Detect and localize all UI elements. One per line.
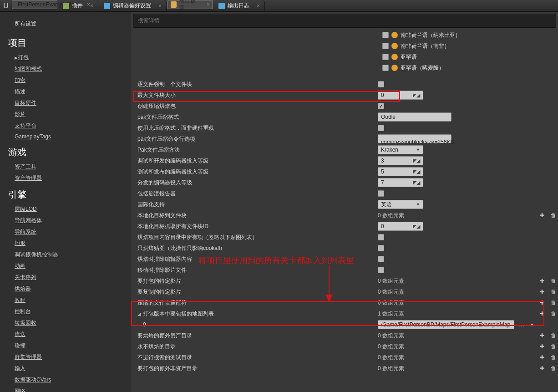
sidebar-item[interactable]: 烘焙器 [15,283,123,295]
checkbox[interactable] [378,267,384,273]
add-icon[interactable]: ✚ [538,343,546,350]
close-icon[interactable]: × [257,3,260,9]
setting-row: 要复制的特定影片0 数组元素✚🗑 [131,286,558,297]
sidebar-item[interactable]: 碰撞 [15,340,123,351]
checkbox[interactable] [378,256,384,262]
sidebar-item[interactable]: 调试摄像机控制器 [15,249,123,260]
lang-checkbox[interactable] [382,54,389,60]
add-icon[interactable]: ✚ [538,332,546,339]
tab-3[interactable]: 项目设置× [167,0,213,9]
close-icon[interactable]: × [158,3,162,9]
sidebar-item[interactable]: 关卡序列 [15,272,123,283]
setting-label: 0 [131,321,377,328]
setting-label: 使用此压缩格式，而非硬件重载 [131,124,377,132]
delete-icon[interactable]: 🗑 [549,300,558,306]
close-icon[interactable]: × [207,1,210,8]
delete-icon[interactable]: 🗑 [549,289,558,295]
close-icon[interactable]: × [90,3,93,9]
settings-rows: 南非荷兰语（纳米比亚）南非荷兰语（南非）亚罕语亚罕语（喀麦隆） 逐文件强制一个文… [131,30,558,392]
sidebar-item[interactable]: 层级LOD [15,204,123,215]
array-count: 0 数组元素 [378,277,404,285]
sidebar-item[interactable]: 导航系统 [15,226,123,238]
expand-icon[interactable]: ◢ [137,311,141,316]
number-input[interactable]: 0◤◢ [378,222,423,231]
setting-label: 国际化支持 [131,201,377,209]
sidebar-item[interactable]: 动画 [15,260,123,272]
sidebar-item[interactable]: 数据驱动CVars [15,374,123,386]
array-count: 0 数组元素 [378,365,404,372]
text-input[interactable]: Oodle [378,112,451,122]
delete-icon[interactable]: 🗑 [549,212,558,219]
add-icon[interactable]: ✚ [538,278,546,284]
sidebar-item[interactable]: 教程 [15,295,123,306]
setting-row: ◢打包版本中要包括的地图列表1 数组元素✚🗑 [131,308,558,319]
delete-icon[interactable]: 🗑 [549,278,558,284]
add-icon[interactable]: ✚ [538,311,546,317]
checkbox[interactable] [378,245,384,251]
browse-icon[interactable]: … [517,321,526,328]
checkbox[interactable] [378,190,384,197]
number-input[interactable]: 3◤◢ [378,156,423,165]
delete-icon[interactable]: 🗑 [549,343,558,350]
sidebar-item[interactable]: 流送 [15,329,123,340]
tab-0[interactable]: FirstPersonExampleMap*× [12,0,57,9]
checkbox[interactable] [378,125,384,131]
sidebar-item[interactable]: 资产工具 [15,161,123,173]
tab-2[interactable]: 编辑器偏好设置× [99,0,167,11]
sidebar-item[interactable]: 垃圾回收 [15,317,123,329]
setting-label: 不进行搜索的测试目录 [131,354,377,361]
lang-checkbox[interactable] [382,32,389,38]
add-icon[interactable]: ✚ [538,365,546,372]
setting-label: 本地化目标抓取所有文件块ID [131,223,377,230]
setting-row: pak文件压缩命令行选项-compressionblocksize=256KB [131,133,558,144]
sidebar-item[interactable]: 导航网格体 [15,215,123,226]
add-icon[interactable]: ✚ [538,289,546,295]
sidebar-item[interactable]: 输入 [15,363,123,374]
sidebar-item[interactable]: 支持平台 [15,120,123,132]
select-dropdown[interactable]: 英语▼ [378,200,423,209]
add-icon[interactable]: ✚ [538,300,546,306]
sidebar-item[interactable]: 目标硬件 [15,97,123,109]
add-icon[interactable]: ✚ [538,212,546,219]
path-input[interactable]: /Game/FirstPersonBP/Maps/FirstPersonExam… [378,320,514,329]
sidebar-group-title: 游戏 [8,146,123,158]
dropdown-icon[interactable]: ▾ [529,321,535,328]
sidebar-item[interactable]: 控制台 [15,306,123,317]
setting-row: 逐文件强制一个文件块 [131,79,558,90]
sidebar-item[interactable]: 打包 [15,52,123,63]
setting-row: 要烘焙的额外资产目录0 数组元素✚🗑 [131,330,558,341]
lang-checkbox[interactable] [382,43,389,49]
checkbox[interactable] [378,103,384,109]
sidebar-item[interactable]: 影片 [15,109,123,120]
add-icon[interactable]: ✚ [538,354,546,361]
lang-label: 南非荷兰语（南非） [401,42,450,50]
setting-row: 调试和开发的编码器投入等级3◤◢ [131,155,558,166]
sidebar-item[interactable]: 加密 [15,75,123,86]
checkbox[interactable] [378,234,384,240]
checkbox[interactable] [378,81,384,87]
delete-icon[interactable]: 🗑 [549,354,558,361]
sidebar-item[interactable]: 群集管理器 [15,351,123,363]
sidebar-item[interactable]: GameplayTags [15,132,123,142]
setting-row: 国际化支持英语▼ [131,199,558,210]
number-input[interactable]: 0◤◢ [378,91,423,100]
main-area: 所有设置 项目打包地图和模式加密描述目标硬件影片支持平台GameplayTags… [0,12,558,392]
lang-checkbox[interactable] [382,65,389,71]
text-input[interactable]: -compressionblocksize=256KB [378,134,451,143]
sidebar-item[interactable]: 资产管理器 [15,173,123,184]
search-input[interactable]: 搜索详情 [133,14,556,28]
sidebar-item[interactable]: 网络 [15,386,123,392]
sidebar-item[interactable]: 地图和模式 [15,63,123,75]
number-input[interactable]: 5◤◢ [378,167,423,176]
tab-4[interactable]: 输出日志× [214,0,265,11]
delete-icon[interactable]: 🗑 [549,332,558,339]
sidebar-item[interactable]: 地形 [15,238,123,249]
delete-icon[interactable]: 🗑 [549,365,558,372]
array-count: 0 数组元素 [378,332,404,340]
tab-1[interactable]: 插件× [58,0,98,11]
sidebar-item[interactable]: 描述 [15,86,123,97]
number-input[interactable]: 7◤◢ [378,178,423,187]
select-dropdown[interactable]: Kraken▼ [378,145,423,154]
delete-icon[interactable]: 🗑 [549,311,558,317]
sidebar-all-settings[interactable]: 所有设置 [8,15,123,32]
